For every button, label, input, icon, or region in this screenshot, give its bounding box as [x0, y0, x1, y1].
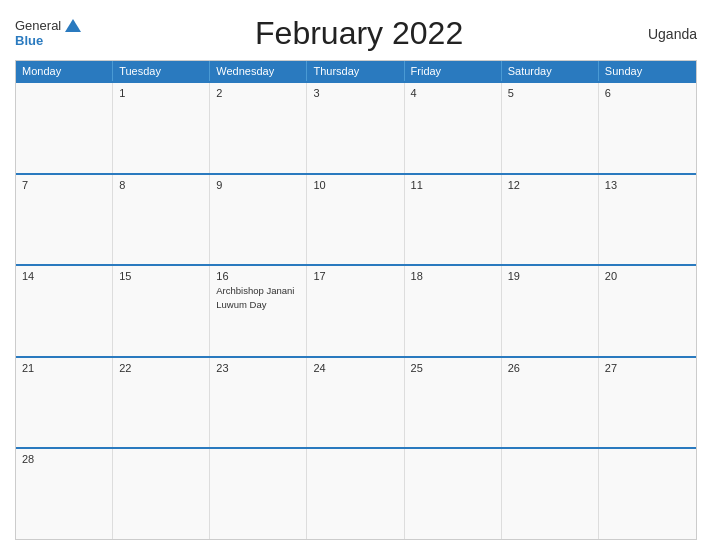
calendar-header: MondayTuesdayWednesdayThursdayFridaySatu… [16, 61, 696, 81]
calendar-cell: 24 [307, 358, 404, 448]
calendar: MondayTuesdayWednesdayThursdayFridaySatu… [15, 60, 697, 540]
day-number: 9 [216, 179, 300, 191]
day-number: 17 [313, 270, 397, 282]
day-number: 28 [22, 453, 106, 465]
calendar-cell: 17 [307, 266, 404, 356]
day-number: 15 [119, 270, 203, 282]
day-number: 10 [313, 179, 397, 191]
day-of-week-friday: Friday [405, 61, 502, 81]
calendar-cell [210, 449, 307, 539]
calendar-cell [16, 83, 113, 173]
day-number: 26 [508, 362, 592, 374]
calendar-cell: 16Archbishop Janani Luwum Day [210, 266, 307, 356]
calendar-cell [307, 449, 404, 539]
logo-general-text: General [15, 19, 61, 33]
day-number: 6 [605, 87, 690, 99]
calendar-cell: 14 [16, 266, 113, 356]
day-of-week-saturday: Saturday [502, 61, 599, 81]
calendar-cell: 1 [113, 83, 210, 173]
day-number: 5 [508, 87, 592, 99]
calendar-cell: 18 [405, 266, 502, 356]
calendar-cell: 10 [307, 175, 404, 265]
calendar-cell: 7 [16, 175, 113, 265]
day-of-week-monday: Monday [16, 61, 113, 81]
calendar-cell: 19 [502, 266, 599, 356]
day-number: 8 [119, 179, 203, 191]
day-number: 2 [216, 87, 300, 99]
calendar-cell: 2 [210, 83, 307, 173]
calendar-cell: 27 [599, 358, 696, 448]
calendar-cell: 25 [405, 358, 502, 448]
day-number: 3 [313, 87, 397, 99]
calendar-cell [599, 449, 696, 539]
day-number: 27 [605, 362, 690, 374]
calendar-cell: 20 [599, 266, 696, 356]
day-number: 11 [411, 179, 495, 191]
day-of-week-wednesday: Wednesday [210, 61, 307, 81]
day-number: 12 [508, 179, 592, 191]
day-number: 16 [216, 270, 300, 282]
day-of-week-thursday: Thursday [307, 61, 404, 81]
logo: General Blue [15, 19, 81, 48]
calendar-cell: 6 [599, 83, 696, 173]
day-number: 18 [411, 270, 495, 282]
calendar-cell: 15 [113, 266, 210, 356]
day-number: 7 [22, 179, 106, 191]
calendar-cell [502, 449, 599, 539]
calendar-week-3: 141516Archbishop Janani Luwum Day1718192… [16, 264, 696, 356]
calendar-cell: 8 [113, 175, 210, 265]
calendar-cell: 4 [405, 83, 502, 173]
calendar-week-1: 123456 [16, 81, 696, 173]
day-number: 4 [411, 87, 495, 99]
day-number: 21 [22, 362, 106, 374]
calendar-cell [405, 449, 502, 539]
event-label: Archbishop Janani Luwum Day [216, 285, 294, 309]
day-number: 25 [411, 362, 495, 374]
day-number: 1 [119, 87, 203, 99]
day-number: 19 [508, 270, 592, 282]
day-number: 22 [119, 362, 203, 374]
calendar-cell: 21 [16, 358, 113, 448]
calendar-cell: 3 [307, 83, 404, 173]
day-number: 14 [22, 270, 106, 282]
calendar-week-2: 78910111213 [16, 173, 696, 265]
country-label: Uganda [637, 26, 697, 42]
calendar-cell: 26 [502, 358, 599, 448]
day-of-week-sunday: Sunday [599, 61, 696, 81]
calendar-cell: 12 [502, 175, 599, 265]
calendar-body: 12345678910111213141516Archbishop Janani… [16, 81, 696, 539]
page: General Blue February 2022 Uganda Monday… [0, 0, 712, 550]
calendar-cell: 23 [210, 358, 307, 448]
day-of-week-tuesday: Tuesday [113, 61, 210, 81]
calendar-cell: 9 [210, 175, 307, 265]
day-number: 23 [216, 362, 300, 374]
day-number: 20 [605, 270, 690, 282]
calendar-cell: 13 [599, 175, 696, 265]
header: General Blue February 2022 Uganda [15, 15, 697, 52]
calendar-title: February 2022 [81, 15, 637, 52]
calendar-cell: 28 [16, 449, 113, 539]
day-number: 24 [313, 362, 397, 374]
calendar-cell: 11 [405, 175, 502, 265]
day-number: 13 [605, 179, 690, 191]
calendar-cell: 5 [502, 83, 599, 173]
calendar-week-5: 28 [16, 447, 696, 539]
logo-blue-text: Blue [15, 34, 43, 48]
calendar-week-4: 21222324252627 [16, 356, 696, 448]
logo-triangle-icon [65, 19, 81, 32]
calendar-cell [113, 449, 210, 539]
calendar-cell: 22 [113, 358, 210, 448]
